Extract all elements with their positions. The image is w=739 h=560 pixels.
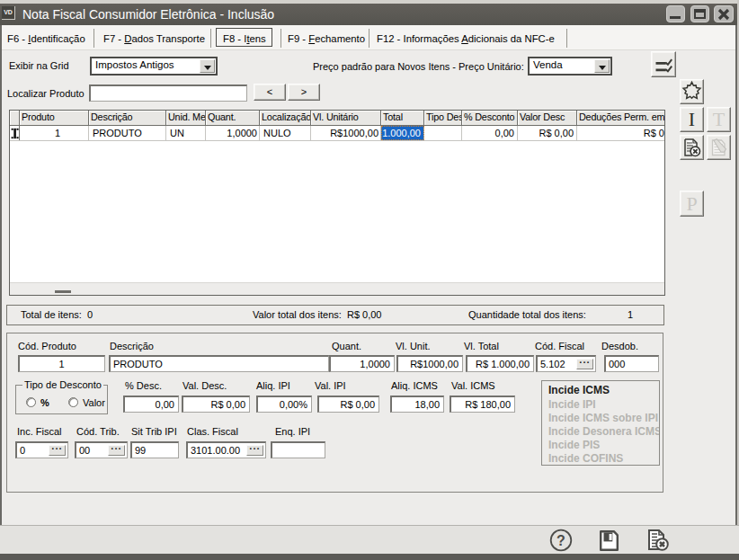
svg-text:?: ? — [556, 533, 565, 548]
